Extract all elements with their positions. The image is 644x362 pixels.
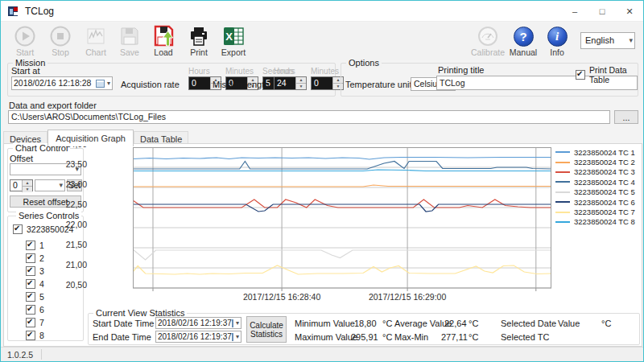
maximize-button[interactable]: □ [588, 1, 616, 22]
legend-color-dash [555, 191, 570, 193]
series-checkbox-4[interactable]: 4 [26, 279, 44, 289]
load-icon [146, 25, 181, 47]
save-icon [112, 25, 147, 47]
print-button[interactable]: Print [181, 25, 217, 59]
series-checkbox-7[interactable]: 7 [26, 318, 44, 327]
titlebar: TCLog – □ ✕ [1, 1, 643, 22]
average-value-label: Average Value [394, 319, 452, 328]
value-label: Value [558, 319, 580, 328]
chart-legend: 3223850024 TC 13223850024 TC 23223850024… [555, 147, 635, 227]
selected-date-label: Selected Date [501, 319, 556, 328]
chevron-down-icon: ▾ [236, 331, 239, 343]
minimum-value-label: Minimum Value [295, 319, 355, 328]
export-excel-icon: X [216, 25, 251, 47]
tab-acquisition-graph[interactable]: Acquisition Graph [47, 130, 134, 146]
manual-button[interactable]: ? Manual [506, 25, 541, 59]
legend-color-dash [555, 201, 570, 203]
print-icon [181, 25, 217, 47]
stats-start-datetime-picker[interactable]: 2018/02/16 12:19:37 ▾ [155, 317, 242, 329]
statusbar: 1.0.2.5 [1, 347, 643, 361]
series-checkbox-2[interactable]: 2 [26, 253, 44, 263]
length-minutes-spinner[interactable]: 0▲▼ [311, 76, 344, 90]
spin-up-icon: ▲ [22, 180, 32, 186]
checkbox-icon [26, 305, 35, 315]
export-button[interactable]: X Export [216, 25, 251, 59]
chart-icon [78, 25, 114, 47]
temperature-unit-label: Temperature unit [345, 80, 412, 89]
calibrate-button[interactable]: Calibrate [470, 25, 506, 59]
manual-question-icon: ? [506, 25, 541, 47]
legend-item: 3223850024 TC 2 [555, 157, 635, 167]
app-window: TCLog – □ ✕ Start Stop Chart Save [0, 0, 644, 362]
y-tick-label: 22,50 [66, 200, 87, 209]
chart-x-axis-labels: 2017/12/15 16:28:402017/12/15 16:29:00 [133, 292, 551, 303]
legend-color-dash [555, 151, 570, 153]
chevron-down-icon: ▾ [107, 77, 110, 89]
info-icon: i [539, 25, 575, 47]
y-tick-label: 23,50 [66, 159, 87, 169]
browse-folder-button[interactable]: ... [614, 110, 638, 124]
app-icon [8, 6, 19, 17]
mission-start-datetime-picker[interactable]: 2018/02/16 12:18:28 ▾ [11, 76, 113, 90]
checkbox-icon [26, 253, 35, 263]
series-checkbox-6[interactable]: 6 [26, 305, 44, 315]
legend-item: 3223850024 TC 6 [555, 197, 635, 207]
close-button[interactable]: ✕ [616, 1, 643, 22]
legend-item: 3223850024 TC 7 [555, 207, 635, 216]
statistics-group: Current View Statistics Start Date Time … [88, 313, 640, 345]
stop-icon [43, 25, 78, 47]
maximum-value: 295,91 [351, 332, 378, 342]
series-checkbox-5[interactable]: 5 [26, 292, 44, 302]
minimum-unit: °C [382, 319, 392, 328]
length-hours-spinner[interactable]: 24▲▼ [274, 76, 307, 90]
selected-tc-label: Selected TC [501, 332, 549, 342]
y-tick-label: 21,50 [66, 240, 87, 249]
max-min-unit: °C [469, 332, 478, 342]
x-tick-label: 2017/12/15 16:29:00 [369, 292, 446, 302]
start-at-label: Start at [11, 66, 39, 76]
checkbox-icon [26, 279, 35, 289]
chart-plot-area[interactable] [133, 147, 551, 293]
mission-group: Mission Start at 2018/02/16 12:18:28 ▾ A… [7, 63, 336, 97]
minimize-button[interactable]: – [561, 1, 588, 22]
checkbox-icon [26, 266, 35, 276]
chevron-down-icon: ▾ [236, 317, 239, 329]
legend-color-dash [555, 181, 570, 183]
load-button[interactable]: Load [146, 25, 181, 59]
series-checkbox-3[interactable]: 3 [26, 266, 44, 276]
legend-item: 3223850024 TC 4 [555, 177, 635, 187]
language-select[interactable]: English [580, 32, 635, 49]
start-button[interactable]: Start [7, 25, 43, 59]
stats-end-datetime-picker[interactable]: 2018/02/16 12:19:37 ▾ [155, 331, 242, 343]
acquisition-graph-page: Chart Control Offset 0 ▲▼ Set Reset offs… [3, 143, 642, 347]
series-checkbox-1[interactable]: 1 [26, 241, 44, 250]
rate-hours-label: Hours [188, 67, 210, 76]
printing-title-label: Printing title [438, 65, 484, 75]
chart-y-axis-labels: 24,0023,5023,0022,5022,0021,5021,0020,50 [48, 143, 91, 284]
calculate-statistics-button[interactable]: Calculate Statistics [246, 316, 287, 343]
checkbox-icon [26, 318, 35, 327]
checkbox-icon [13, 224, 23, 234]
stop-button[interactable]: Stop [43, 25, 78, 59]
legend-item: 3223850024 TC 8 [555, 217, 635, 227]
legend-item: 3223850024 TC 3 [555, 167, 635, 177]
end-date-time-label: End Date Time [93, 332, 151, 342]
spin-down-icon: ▼ [22, 186, 32, 192]
max-min-label: Max-Min [394, 332, 428, 342]
length-hours-label: Hours [274, 67, 295, 76]
legend-item: 3223850024 TC 5 [555, 187, 635, 197]
chart-button[interactable]: Chart [78, 25, 114, 59]
acquisition-rate-label: Acquistion rate [121, 80, 180, 89]
spin-up-icon: ▲ [295, 77, 306, 83]
folder-path-input[interactable]: C:\Users\AROS\Documents\TCLog_Files [8, 110, 610, 124]
save-button[interactable]: Save [112, 25, 147, 59]
series-checkbox-8[interactable]: 8 [26, 331, 44, 340]
print-data-table-checkbox[interactable]: Print Data Table [576, 65, 638, 84]
info-button[interactable]: i Info [539, 25, 575, 59]
offset-value-spinner[interactable]: 0 ▲▼ [10, 179, 33, 191]
svg-text:X: X [225, 31, 233, 43]
x-tick-label: 2017/12/15 16:28:40 [243, 292, 320, 302]
window-title: TCLog [25, 6, 54, 17]
calendar-icon [96, 80, 105, 88]
y-tick-label: 22,00 [66, 220, 87, 229]
